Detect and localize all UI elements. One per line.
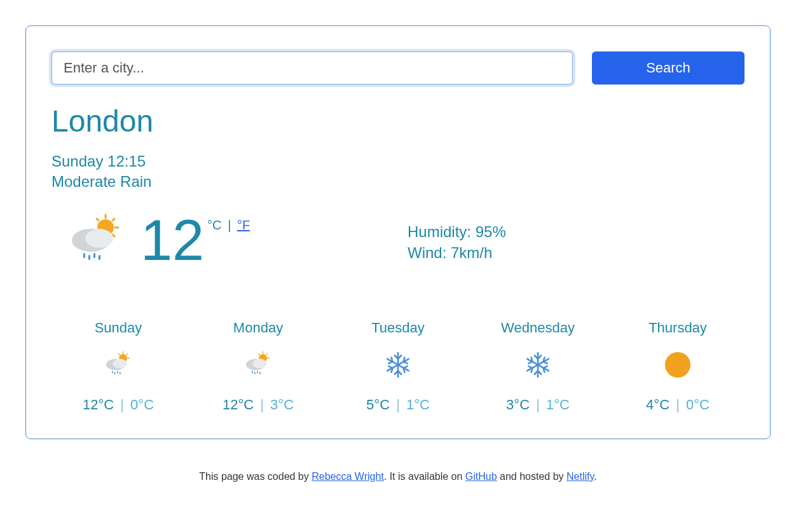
- forecast-high: 12°C: [223, 397, 254, 413]
- forecast-day-label: Sunday: [51, 320, 185, 336]
- svg-point-41: [665, 352, 690, 378]
- forecast-item: Monday 12°C | 3°C: [191, 320, 325, 413]
- weather-card: Search London Sunday 12:15 Moderate Rain: [25, 25, 771, 439]
- forecast-day-label: Thursday: [611, 320, 745, 336]
- search-row: Search: [51, 51, 745, 85]
- forecast-day-label: Monday: [191, 320, 325, 336]
- svg-rect-21: [117, 371, 118, 374]
- footer: This page was coded by Rebecca Wright. I…: [25, 471, 771, 482]
- svg-rect-33: [259, 372, 261, 374]
- footer-text: .: [594, 471, 596, 482]
- unit-fahrenheit[interactable]: °F: [237, 218, 250, 232]
- svg-point-29: [253, 359, 267, 369]
- forecast-low: 1°C: [546, 397, 570, 413]
- forecast-row: Sunday 12°C | 0°C: [51, 320, 745, 413]
- partly-sunny-rain-icon: [191, 349, 325, 381]
- sun-icon: [611, 349, 745, 381]
- forecast-low: 1°C: [406, 397, 430, 413]
- search-button[interactable]: Search: [592, 51, 745, 85]
- forecast-item: Thursday 4°C | 0°C: [611, 320, 745, 413]
- snowflake-icon: [331, 349, 465, 381]
- forecast-high: 4°C: [646, 397, 669, 413]
- forecast-low: 0°C: [130, 397, 154, 413]
- svg-line-4: [97, 219, 99, 221]
- svg-rect-31: [254, 372, 256, 374]
- current-condition: Moderate Rain: [51, 172, 745, 192]
- netlify-link[interactable]: Netlify: [566, 471, 594, 482]
- svg-line-5: [113, 235, 114, 236]
- github-link[interactable]: GitHub: [465, 471, 497, 482]
- wind-label: Wind:: [408, 244, 451, 261]
- partly-sunny-rain-icon: [51, 349, 185, 381]
- svg-rect-32: [257, 371, 258, 374]
- humidity-line: Humidity: 95%: [408, 221, 745, 243]
- partly-sunny-rain-icon: [64, 212, 128, 269]
- humidity-value: 95%: [476, 223, 506, 240]
- forecast-temps: 12°C | 3°C: [191, 397, 325, 413]
- temperature-value: 12: [141, 212, 204, 269]
- current-weather-row: 12 °C | °F Humidity: 95% Wind: 7km/h: [51, 212, 745, 269]
- forecast-low: 3°C: [270, 397, 294, 413]
- unit-toggle: °C | °F: [204, 212, 250, 233]
- svg-rect-30: [252, 371, 253, 374]
- current-details: Humidity: 95% Wind: 7km/h: [408, 212, 745, 264]
- svg-line-16: [119, 354, 120, 355]
- footer-text: . It is available on: [384, 471, 465, 482]
- footer-text: This page was coded by: [199, 471, 312, 482]
- forecast-temps: 4°C | 0°C: [611, 397, 745, 413]
- humidity-label: Humidity:: [408, 223, 476, 240]
- svg-point-7: [85, 229, 113, 248]
- svg-line-26: [266, 354, 268, 355]
- author-link[interactable]: Rebecca Wright: [312, 471, 384, 482]
- svg-rect-19: [112, 371, 113, 374]
- svg-rect-9: [88, 255, 90, 260]
- svg-line-15: [127, 354, 128, 355]
- forecast-day-label: Wednesday: [471, 320, 605, 336]
- forecast-item: Tuesday 5°C |: [331, 320, 465, 413]
- temperature-block: 12 °C | °F: [141, 212, 250, 269]
- svg-rect-11: [99, 255, 100, 260]
- forecast-high: 3°C: [506, 397, 530, 413]
- forecast-high: 12°C: [83, 397, 114, 413]
- svg-line-3: [113, 219, 114, 221]
- footer-text: and hosted by: [497, 471, 566, 482]
- forecast-day-label: Tuesday: [331, 320, 465, 336]
- svg-rect-10: [93, 253, 95, 258]
- svg-line-27: [259, 354, 260, 355]
- unit-celsius[interactable]: °C: [207, 218, 221, 232]
- forecast-temps: 3°C | 1°C: [471, 397, 605, 413]
- wind-value: 7km/h: [451, 244, 492, 261]
- current-left: 12 °C | °F: [51, 212, 401, 269]
- forecast-temps: 5°C | 1°C: [331, 397, 465, 413]
- svg-rect-20: [114, 372, 116, 374]
- svg-rect-22: [120, 372, 121, 374]
- svg-point-18: [113, 359, 127, 369]
- svg-rect-8: [83, 253, 85, 258]
- wind-line: Wind: 7km/h: [408, 242, 745, 264]
- unit-separator: |: [228, 218, 231, 232]
- forecast-item: Sunday 12°C | 0°C: [51, 320, 185, 413]
- city-search-input[interactable]: [51, 51, 573, 85]
- forecast-item: Wednesday 3°C: [471, 320, 605, 413]
- city-name: London: [51, 104, 745, 139]
- forecast-temps: 12°C | 0°C: [51, 397, 185, 413]
- current-datetime: Sunday 12:15: [51, 151, 745, 172]
- forecast-low: 0°C: [686, 397, 710, 413]
- snowflake-icon: [471, 349, 605, 381]
- forecast-high: 5°C: [366, 397, 390, 413]
